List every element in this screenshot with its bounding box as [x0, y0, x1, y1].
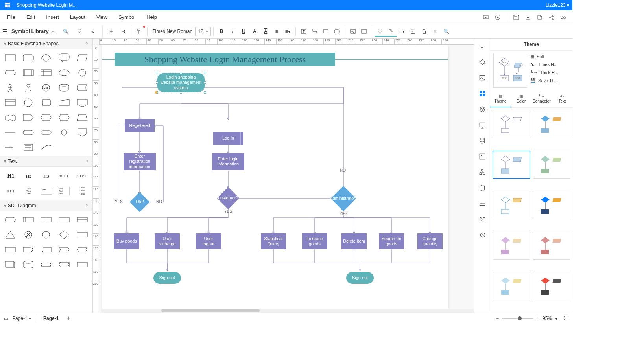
- shape-callout[interactable]: [55, 51, 73, 65]
- search-icon[interactable]: 🔍: [441, 26, 452, 37]
- text-block[interactable]: TextTextText: [20, 184, 37, 198]
- list-icon[interactable]: [478, 199, 487, 208]
- favorite-icon[interactable]: ♡: [74, 26, 85, 37]
- theme-thumb[interactable]: [493, 110, 530, 138]
- close-icon[interactable]: ×: [86, 41, 89, 46]
- search-shapes-icon[interactable]: 🔍: [61, 26, 72, 37]
- text-list-box[interactable]: TextTextText: [55, 184, 72, 198]
- menu-insert[interactable]: Insert: [41, 12, 64, 22]
- tab-connector[interactable]: └→Connector: [531, 91, 552, 107]
- node-enter-reg[interactable]: Enter registration information: [124, 153, 156, 170]
- menu-help[interactable]: Help: [142, 12, 162, 22]
- shape-note[interactable]: [20, 140, 37, 154]
- shape-actor[interactable]: [2, 81, 19, 95]
- shape-pill[interactable]: [38, 125, 55, 140]
- zoom-out-icon[interactable]: −: [496, 316, 499, 321]
- theme-thumb[interactable]: [493, 151, 530, 179]
- sdl-cylinder[interactable]: [20, 257, 37, 272]
- shape-direct-data[interactable]: [38, 96, 55, 110]
- app-logo-icon[interactable]: [3, 1, 12, 9]
- menu-layout[interactable]: Layout: [65, 12, 90, 22]
- node-signout-1[interactable]: Sign out: [153, 272, 181, 284]
- user-menu[interactable]: Lizzie123: [546, 2, 569, 8]
- download-icon[interactable]: [523, 12, 533, 22]
- text-12pt[interactable]: 12 PT: [55, 169, 72, 183]
- node-search[interactable]: Search for goods: [379, 233, 404, 249]
- node-start[interactable]: Login shopping website management system: [157, 73, 205, 92]
- align-icon[interactable]: ≡: [271, 26, 282, 37]
- glasses-icon[interactable]: [558, 12, 568, 22]
- theme-thumb[interactable]: [533, 110, 570, 138]
- node-signout-2[interactable]: Sign out: [346, 272, 374, 284]
- sdl-flag-l[interactable]: [74, 243, 91, 257]
- shape-delay[interactable]: [20, 125, 37, 140]
- theme-thumb[interactable]: [533, 272, 570, 300]
- database-icon[interactable]: [478, 136, 487, 145]
- play-icon[interactable]: [493, 12, 503, 22]
- diagram-title[interactable]: Shopping Website Login Management Proces…: [115, 53, 335, 66]
- shape-offpage[interactable]: [74, 125, 91, 140]
- theme-thumb[interactable]: [493, 191, 530, 219]
- tools-icon[interactable]: ✕: [430, 26, 441, 37]
- shape-hexagon[interactable]: [38, 110, 55, 125]
- fullscreen-icon[interactable]: ⛶: [564, 316, 568, 321]
- shape-circle[interactable]: [74, 66, 91, 80]
- page-select[interactable]: Page-1 ▾: [12, 316, 31, 321]
- node-stat[interactable]: Statistical Query: [261, 233, 286, 249]
- shape-rectangle[interactable]: [2, 51, 19, 65]
- shape-predefined[interactable]: [20, 66, 37, 80]
- theme-thumb[interactable]: [533, 232, 570, 260]
- shape-arrow[interactable]: [2, 140, 19, 154]
- node-admin[interactable]: Administrator?: [330, 186, 356, 211]
- section-text[interactable]: Text×: [0, 156, 92, 167]
- shape-cylinder[interactable]: [55, 81, 73, 95]
- export-icon[interactable]: [535, 12, 545, 22]
- node-login[interactable]: Log in: [213, 132, 243, 145]
- zoom-slider[interactable]: [502, 318, 533, 319]
- font-size-select[interactable]: 12: [195, 27, 211, 36]
- text-box-sample[interactable]: Text: [38, 184, 55, 198]
- horizontal-scrollbar[interactable]: [102, 309, 474, 313]
- shape-diamond[interactable]: [38, 51, 55, 65]
- org-icon[interactable]: [478, 167, 487, 177]
- text-9pt[interactable]: 9 PT: [2, 184, 19, 198]
- node-enter-login[interactable]: Enter login information: [212, 153, 244, 170]
- undo-icon[interactable]: [107, 26, 118, 37]
- tab-theme[interactable]: ▦Theme: [490, 91, 511, 107]
- save-icon[interactable]: [511, 12, 521, 22]
- shape-manual-input[interactable]: [55, 96, 73, 110]
- zoom-value[interactable]: 95%: [543, 316, 552, 321]
- text-h3[interactable]: H3: [38, 169, 55, 183]
- expand-icon[interactable]: »: [478, 42, 487, 51]
- theme-thumb[interactable]: [533, 191, 570, 219]
- shape-document[interactable]: [74, 96, 91, 110]
- node-registered[interactable]: Registered: [125, 119, 155, 132]
- shape-stored-data[interactable]: [74, 81, 91, 95]
- sdl-shape-18[interactable]: [38, 257, 55, 272]
- shape-curve[interactable]: [38, 140, 55, 154]
- shape-trapezoid[interactable]: [74, 110, 91, 125]
- sdl-triangle[interactable]: [2, 228, 19, 242]
- redo-icon[interactable]: [118, 26, 129, 37]
- shape-ellipse[interactable]: [55, 66, 73, 80]
- theme-grid-icon[interactable]: [478, 89, 487, 98]
- sdl-shape-11[interactable]: [2, 243, 19, 257]
- shape-line[interactable]: [2, 125, 19, 140]
- history-icon[interactable]: [478, 230, 487, 240]
- image-icon[interactable]: [347, 26, 358, 37]
- menu-symbol[interactable]: Symbol: [114, 12, 140, 22]
- slide-icon[interactable]: [478, 120, 487, 130]
- shape-circle-outline[interactable]: [20, 96, 37, 110]
- shape-rect-icon[interactable]: [320, 26, 331, 37]
- theme-connector-row[interactable]: └→Thick R...: [530, 70, 569, 75]
- font-family-select[interactable]: Times New Roman: [150, 27, 196, 36]
- sdl-shape-3[interactable]: [38, 213, 55, 227]
- picture-icon[interactable]: [478, 152, 487, 161]
- node-change[interactable]: Change quantity: [417, 233, 443, 249]
- text-10pt[interactable]: 10 PT: [73, 169, 90, 183]
- shape-preparation[interactable]: [55, 110, 73, 125]
- add-page-button[interactable]: +: [66, 315, 70, 322]
- sdl-flag-r[interactable]: [55, 243, 73, 257]
- menu-edit[interactable]: Edit: [22, 12, 40, 22]
- sdl-arrow-r[interactable]: [20, 243, 37, 257]
